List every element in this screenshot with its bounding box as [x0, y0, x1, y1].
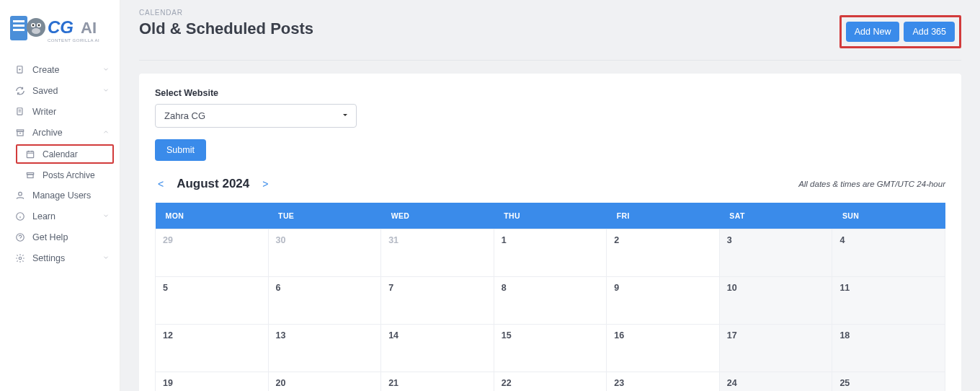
calendar-cell[interactable]: 31	[381, 229, 494, 277]
sidebar: CG AI CONTENT GORILLA AI Create Saved Wr…	[0, 0, 120, 391]
weekday-row: MONTUEWEDTHUFRISATSUN	[156, 203, 945, 229]
calendar-cell[interactable]: 30	[268, 229, 381, 277]
calendar-nav-left: < August 2024 >	[155, 177, 271, 191]
calendar-cell[interactable]: 9	[607, 277, 720, 325]
calendar-cell[interactable]: 11	[832, 277, 945, 325]
sidebar-item-posts-archive[interactable]: Posts Archive	[10, 165, 120, 185]
calendar-nav: < August 2024 > All dates & times are GM…	[155, 177, 945, 191]
calendar-grid: MONTUEWEDTHUFRISATSUN 293031123456789101…	[155, 203, 945, 391]
calendar-cell[interactable]: 3	[719, 229, 832, 277]
svg-point-7	[32, 25, 35, 27]
select-website-label: Select Website	[155, 88, 945, 98]
svg-point-22	[16, 233, 24, 241]
file-icon	[14, 106, 25, 117]
calendar-row: 12131415161718	[156, 325, 945, 372]
page-title: Old & Scheduled Posts	[139, 19, 313, 38]
svg-point-9	[32, 28, 40, 34]
calendar-cell[interactable]: 5	[156, 277, 269, 325]
sidebar-item-create[interactable]: Create	[0, 59, 120, 80]
calendar-icon	[24, 149, 35, 159]
logo: CG AI CONTENT GORILLA AI	[0, 7, 120, 59]
calendar-cell[interactable]: 13	[268, 325, 381, 372]
calendar-cell[interactable]: 18	[832, 325, 945, 372]
calendar-cell[interactable]: 2	[607, 229, 720, 277]
sidebar-item-manage-users[interactable]: Manage Users	[0, 185, 120, 206]
sidebar-item-writer[interactable]: Writer	[0, 101, 120, 122]
next-month-button[interactable]: >	[259, 177, 271, 191]
calendar-cell[interactable]: 22	[494, 372, 607, 392]
weekday-header: SUN	[832, 203, 945, 229]
chevron-down-icon	[102, 65, 110, 75]
calendar-cell[interactable]: 17	[719, 325, 832, 372]
sidebar-item-calendar[interactable]: Calendar	[16, 144, 114, 164]
calendar-cell[interactable]: 29	[156, 229, 269, 277]
select-website[interactable]: Zahra CG	[155, 104, 357, 128]
calendar-cell[interactable]: 12	[156, 325, 269, 372]
sidebar-item-label: Saved	[32, 86, 58, 96]
page-header: Old & Scheduled Posts Add New Add 365	[139, 19, 961, 61]
prev-month-button[interactable]: <	[155, 177, 166, 191]
month-label: August 2024	[177, 177, 249, 191]
svg-rect-1	[13, 20, 24, 22]
calendar-cell[interactable]: 14	[381, 325, 494, 372]
calendar-cell[interactable]: 7	[381, 277, 494, 325]
svg-point-23	[19, 257, 22, 260]
help-icon	[14, 232, 25, 242]
weekday-header: SAT	[719, 203, 832, 229]
calendar-cell[interactable]: 4	[832, 229, 945, 277]
info-icon	[14, 211, 25, 221]
gear-icon	[14, 252, 25, 263]
archive-icon	[14, 127, 25, 138]
select-website-wrap: Zahra CG	[155, 104, 357, 128]
main-content: CALENDAR Old & Scheduled Posts Add New A…	[120, 0, 980, 391]
weekday-header: WED	[381, 203, 494, 229]
archive-submenu: Calendar Posts Archive	[0, 144, 120, 185]
calendar-cell[interactable]: 25	[832, 372, 945, 392]
calendar-row: 2930311234	[156, 229, 945, 277]
calendar-cell[interactable]: 21	[381, 372, 494, 392]
sidebar-item-label: Calendar	[43, 149, 78, 159]
calendar-body: 2930311234567891011121314151617181920212…	[156, 229, 945, 392]
calendar-cell[interactable]: 19	[156, 372, 269, 392]
sidebar-item-settings[interactable]: Settings	[0, 247, 120, 268]
submit-button[interactable]: Submit	[155, 139, 206, 161]
calendar-cell[interactable]: 15	[494, 325, 607, 372]
calendar-cell[interactable]: 1	[494, 229, 607, 277]
calendar-panel: Select Website Zahra CG Submit < August …	[139, 74, 961, 391]
calendar-cell[interactable]: 8	[494, 277, 607, 325]
svg-rect-17	[27, 151, 33, 157]
svg-rect-2	[13, 25, 24, 27]
add-new-button[interactable]: Add New	[846, 22, 900, 42]
calendar-cell[interactable]: 24	[719, 372, 832, 392]
calendar-cell[interactable]: 10	[719, 277, 832, 325]
calendar-cell[interactable]: 23	[607, 372, 720, 392]
sidebar-item-label: Learn	[32, 211, 55, 221]
box-icon	[24, 170, 35, 180]
svg-text:CONTENT GORILLA AI: CONTENT GORILLA AI	[48, 38, 99, 43]
sidebar-item-saved[interactable]: Saved	[0, 80, 120, 101]
user-icon	[14, 190, 25, 201]
svg-rect-0	[10, 16, 27, 40]
sidebar-item-label: Settings	[32, 253, 65, 263]
svg-point-4	[27, 18, 45, 37]
sidebar-item-label: Writer	[32, 107, 56, 117]
add-365-button[interactable]: Add 365	[904, 22, 955, 42]
calendar-cell[interactable]: 6	[268, 277, 381, 325]
sidebar-item-get-help[interactable]: Get Help	[0, 227, 120, 247]
calendar-cell[interactable]: 20	[268, 372, 381, 392]
weekday-header: TUE	[268, 203, 381, 229]
header-buttons: Add New Add 365	[839, 15, 961, 48]
breadcrumb: CALENDAR	[139, 9, 961, 17]
svg-point-8	[38, 25, 40, 27]
calendar-row: 567891011	[156, 277, 945, 325]
sidebar-item-learn[interactable]: Learn	[0, 206, 120, 227]
chevron-down-icon	[102, 253, 110, 263]
sidebar-item-archive[interactable]: Archive	[0, 122, 120, 143]
sidebar-item-label: Posts Archive	[43, 170, 95, 180]
refresh-icon	[14, 85, 25, 96]
calendar-cell[interactable]: 16	[607, 325, 720, 372]
svg-point-20	[18, 192, 22, 196]
document-plus-icon	[14, 64, 25, 75]
svg-rect-14	[17, 107, 22, 114]
weekday-header: THU	[494, 203, 607, 229]
